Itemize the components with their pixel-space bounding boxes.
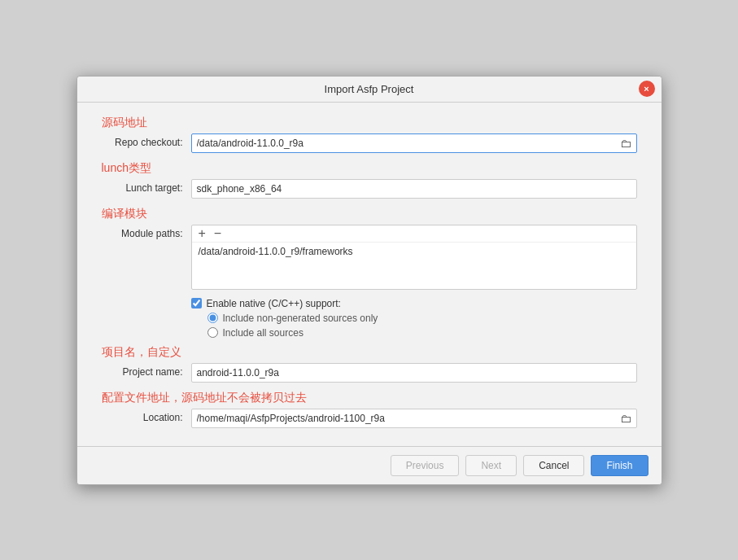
repo-checkout-input-wrap: 🗀 (191, 133, 637, 153)
close-button[interactable]: × (639, 81, 655, 97)
lunch-target-wrap (191, 179, 637, 199)
lunch-target-input[interactable] (192, 180, 636, 198)
repo-checkout-label: Repo checkout: (102, 133, 191, 148)
project-name-row: Project name: (102, 363, 637, 383)
location-wrap: 🗀 (191, 409, 637, 428)
include-non-generated-row: Include non-generated sources only (207, 313, 637, 324)
module-paths-row: Module paths: + − /data/android-11.0.0_r… (102, 225, 637, 290)
lunch-target-row: Lunch target: (102, 179, 637, 199)
location-input-wrap: 🗀 (191, 409, 637, 428)
module-paths-label: Module paths: (102, 225, 191, 239)
next-button[interactable]: Next (465, 455, 517, 476)
dialog-titlebar: Import Asfp Project × (77, 77, 662, 103)
repo-checkout-wrap: 🗀 (191, 133, 637, 153)
dialog-body: 源码地址 Repo checkout: 🗀 lunch类型 Lunch targ… (77, 103, 662, 446)
location-input[interactable] (192, 409, 615, 427)
location-row: Location: 🗀 (102, 409, 637, 428)
project-name-input-wrap (191, 363, 637, 383)
lunch-section-label: lunch类型 (102, 161, 637, 176)
finish-button[interactable]: Finish (591, 455, 648, 476)
module-area: + − /data/android-11.0.0_r9/frameworks (191, 225, 637, 290)
cancel-button[interactable]: Cancel (523, 455, 584, 476)
enable-native-checkbox[interactable] (191, 298, 202, 308)
enable-native-label[interactable]: Enable native (C/C++) support: (207, 298, 341, 309)
repo-checkout-input[interactable] (192, 134, 615, 152)
module-paths-wrap: + − /data/android-11.0.0_r9/frameworks (191, 225, 637, 290)
module-toolbar: + − (192, 225, 636, 243)
enable-native-row: Enable native (C/C++) support: (191, 298, 637, 309)
dialog-title: Import Asfp Project (325, 83, 414, 95)
source-section-label: 源码地址 (102, 116, 637, 130)
module-remove-button[interactable]: − (212, 227, 223, 240)
location-section-label: 配置文件地址，源码地址不会被拷贝过去 (102, 391, 637, 405)
module-section-label: 编译模块 (102, 207, 637, 221)
lunch-target-input-wrap (191, 179, 637, 199)
repo-checkout-row: Repo checkout: 🗀 (102, 133, 637, 153)
radio-group: Include non-generated sources only Inclu… (207, 313, 637, 339)
include-all-row: Include all sources (207, 327, 637, 339)
include-non-generated-radio[interactable] (207, 313, 218, 323)
import-dialog: Import Asfp Project × 源码地址 Repo checkout… (76, 76, 662, 485)
project-name-input[interactable] (192, 364, 636, 382)
include-non-generated-label[interactable]: Include non-generated sources only (223, 313, 378, 324)
module-path-value: /data/android-11.0.0_r9/frameworks (192, 243, 636, 260)
project-name-wrap (191, 363, 637, 383)
include-all-radio[interactable] (207, 327, 218, 338)
dialog-footer: Previous Next Cancel Finish (77, 446, 662, 484)
location-label: Location: (102, 409, 191, 423)
project-name-label: Project name: (102, 363, 191, 378)
include-all-label[interactable]: Include all sources (223, 327, 303, 339)
location-folder-button[interactable]: 🗀 (615, 409, 636, 427)
repo-checkout-folder-button[interactable]: 🗀 (615, 134, 636, 152)
project-name-section-label: 项目名，自定义 (102, 345, 637, 360)
lunch-target-label: Lunch target: (102, 179, 191, 194)
module-add-button[interactable]: + (197, 227, 207, 240)
previous-button[interactable]: Previous (391, 455, 460, 476)
